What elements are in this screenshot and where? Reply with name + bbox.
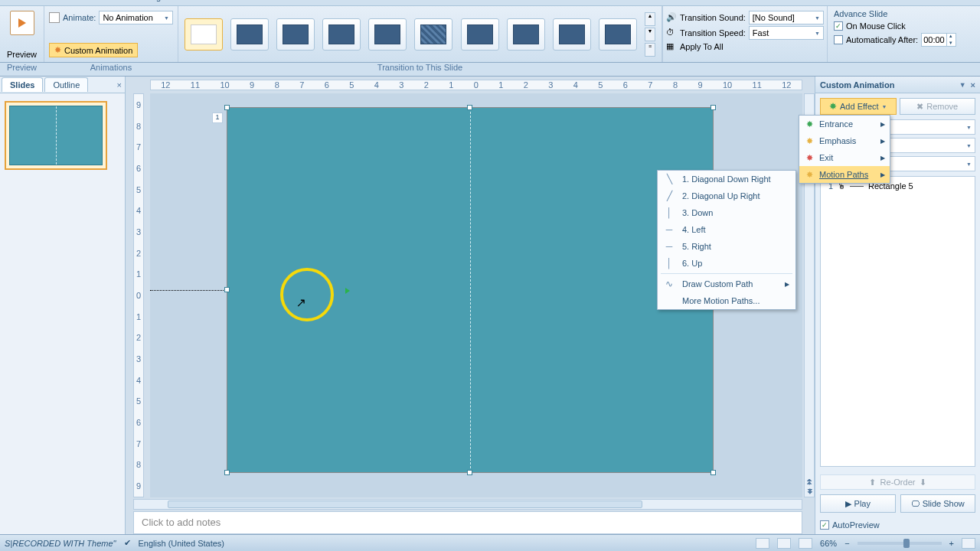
- motion-path-end-icon: [345, 288, 350, 294]
- transition-thumb-5[interactable]: [414, 18, 452, 51]
- star-icon: ✸: [804, 153, 815, 163]
- sound-select[interactable]: [No Sound]▼: [749, 11, 824, 24]
- slides-panel: Slides Outline × 1: [0, 77, 126, 534]
- play-label: Play: [854, 499, 871, 508]
- slide-thumbnail-1[interactable]: 1: [5, 101, 107, 170]
- slideshow-button[interactable]: 🖵 Slide Show: [900, 494, 976, 513]
- transition-thumb-2[interactable]: [276, 18, 315, 51]
- transition-thumb-3[interactable]: [322, 18, 361, 51]
- on-click-checkbox[interactable]: [834, 21, 843, 31]
- menu-emphasis[interactable]: ✸ Emphasis ▶: [799, 132, 890, 149]
- transition-thumb-6[interactable]: [461, 18, 499, 51]
- ca-pane-title: Custom Animation: [820, 80, 894, 90]
- menu-entrance[interactable]: ✸ Entrance ▶: [799, 116, 890, 132]
- motion-more-paths[interactable]: More Motion Paths...: [658, 292, 795, 309]
- auto-after-time[interactable]: 00:00 ▲▼: [921, 33, 956, 47]
- transition-thumb-8[interactable]: [553, 18, 591, 51]
- status-theme: S|RECORDED WITH Theme": [5, 539, 116, 548]
- speed-label: Transition Speed:: [680, 28, 746, 37]
- motion-diagonal-up-right[interactable]: ╱2. Diagonal Up Right: [658, 187, 795, 204]
- menu-exit[interactable]: ✸ Exit ▶: [799, 149, 890, 166]
- preview-icon[interactable]: [10, 11, 34, 35]
- tab-slides[interactable]: Slides: [2, 77, 43, 92]
- menu-motion-paths[interactable]: ✸ Motion Paths ▶: [799, 166, 890, 183]
- star-icon: ✸: [804, 170, 815, 180]
- add-effect-label: Add Effect: [840, 102, 879, 111]
- apply-all-button[interactable]: Apply To All: [680, 42, 724, 51]
- custom-animation-button[interactable]: ✸ Custom Animation: [49, 43, 138, 57]
- animate-value: No Animation: [103, 13, 152, 22]
- transition-thumb-9[interactable]: [599, 18, 637, 51]
- motion-up[interactable]: │6. Up: [658, 255, 795, 272]
- ca-bottom: ⬆ Re-Order ⬇ ▶ Play 🖵 Slide Show: [815, 471, 980, 516]
- path-icon: [850, 186, 864, 187]
- zoom-out-icon[interactable]: −: [844, 539, 849, 548]
- animate-select[interactable]: No Animation ▼: [99, 11, 173, 24]
- motion-left[interactable]: ─4. Left: [658, 221, 795, 238]
- menu-exit-label: Exit: [819, 153, 833, 162]
- transition-gallery: ▲ ▼ ≡: [178, 6, 662, 62]
- view-show-button[interactable]: [799, 538, 812, 549]
- tab-outline[interactable]: Outline: [44, 77, 88, 92]
- motion-draw-custom[interactable]: ∿Draw Custom Path▶: [658, 276, 795, 292]
- animate-label: Animate:: [63, 13, 96, 22]
- motion-paths-submenu: ╲1. Diagonal Down Right ╱2. Diagonal Up …: [657, 170, 796, 310]
- transition-thumb-7[interactable]: [507, 18, 545, 51]
- notes-pane[interactable]: Click to add notes: [133, 511, 802, 534]
- tab-design[interactable]: Design: [139, 0, 165, 2]
- transition-options: 🔊 Transition Sound: [No Sound]▼ ⏱ Transi…: [662, 6, 827, 62]
- next-slide-icon[interactable]: ⯯: [806, 487, 813, 495]
- play-button[interactable]: ▶ Play: [820, 494, 896, 513]
- scribble-icon: ∿: [664, 279, 675, 289]
- chevron-down-icon[interactable]: ▼: [959, 81, 966, 89]
- spellcheck-icon[interactable]: ✔: [124, 538, 131, 548]
- ca-effect-list[interactable]: 1 🖱 Rectangle 5: [820, 176, 975, 467]
- tab-review[interactable]: Review: [322, 0, 349, 2]
- chevron-right-icon: ▶: [880, 171, 885, 178]
- transition-none[interactable]: [185, 18, 223, 51]
- add-effect-menu: ✸ Entrance ▶ ✸ Emphasis ▶ ✸ Exit ▶ ✸ Mot…: [799, 115, 890, 184]
- play-icon: ▶: [845, 499, 851, 509]
- auto-after-label: Automatically After:: [846, 35, 918, 44]
- reorder-label: Re-Order: [880, 478, 916, 487]
- close-icon[interactable]: ×: [971, 80, 975, 90]
- screen-icon: 🖵: [911, 499, 920, 508]
- fit-to-window-button[interactable]: [962, 538, 975, 549]
- tab-home[interactable]: Home: [47, 0, 70, 2]
- transition-thumb-1[interactable]: [230, 18, 269, 51]
- tab-format[interactable]: Format: [421, 0, 448, 2]
- reorder-down-icon[interactable]: ⬇: [920, 478, 926, 487]
- slide-divider: [470, 108, 471, 472]
- ribbon-tab-bar: Home Insert Design Animations Slide Show…: [0, 0, 980, 6]
- reorder-up-icon[interactable]: ⬆: [869, 478, 876, 487]
- speed-select[interactable]: Fast▼: [749, 26, 824, 40]
- tab-slideshow[interactable]: Slide Show: [257, 0, 299, 2]
- tab-animations[interactable]: Animations: [187, 0, 233, 2]
- ca-pane-title-bar: Custom Animation ▼ ×: [815, 77, 980, 93]
- zoom-value[interactable]: 66%: [820, 539, 837, 548]
- star-icon: ✸: [804, 136, 815, 146]
- motion-right[interactable]: ─5. Right: [658, 238, 795, 255]
- status-language[interactable]: English (United States): [139, 539, 225, 548]
- prev-slide-icon[interactable]: ⯭: [806, 478, 813, 486]
- add-effect-button[interactable]: ✸ Add Effect ▼: [820, 98, 897, 115]
- slides-panel-tabs: Slides Outline ×: [0, 77, 125, 93]
- transition-thumb-4[interactable]: [368, 18, 407, 51]
- auto-after-checkbox[interactable]: [834, 35, 843, 44]
- remove-button[interactable]: ✖ Remove: [900, 98, 976, 115]
- close-icon[interactable]: ×: [117, 80, 122, 90]
- zoom-in-icon[interactable]: +: [949, 539, 954, 548]
- motion-diagonal-down-right[interactable]: ╲1. Diagonal Down Right: [658, 171, 795, 187]
- gallery-scroll[interactable]: ▲ ▼ ≡: [645, 12, 655, 57]
- tab-view[interactable]: View: [368, 0, 386, 2]
- view-normal-button[interactable]: [756, 538, 769, 549]
- animations-group-label: Animations: [44, 63, 178, 76]
- horizontal-scrollbar[interactable]: [133, 499, 802, 510]
- tab-insert[interactable]: Insert: [92, 0, 113, 2]
- view-sorter-button[interactable]: [777, 538, 791, 549]
- preview-label[interactable]: Preview: [7, 50, 37, 59]
- apply-all-icon: ▦: [666, 41, 677, 52]
- motion-down[interactable]: │3. Down: [658, 204, 795, 221]
- zoom-slider[interactable]: [858, 542, 942, 545]
- autopreview-checkbox[interactable]: [820, 520, 829, 530]
